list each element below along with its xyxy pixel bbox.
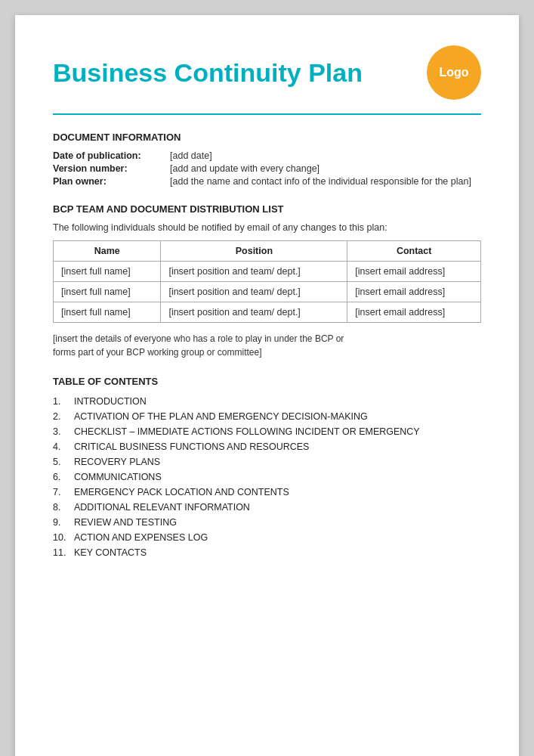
cell-name-1: [insert full name] <box>54 282 161 302</box>
toc-label-2: CHECKLIST – IMMEDIATE ACTIONS FOLLOWING … <box>74 426 420 437</box>
list-item: 1. INTRODUCTION <box>53 396 481 407</box>
list-item: 3. CHECKLIST – IMMEDIATE ACTIONS FOLLOWI… <box>53 426 481 437</box>
list-item: 4. CRITICAL BUSINESS FUNCTIONS AND RESOU… <box>53 442 481 452</box>
cell-contact-0: [insert email address] <box>347 262 481 282</box>
col-position: Position <box>161 241 347 262</box>
document-information-section: DOCUMENT INFORMATION Date of publication… <box>53 132 481 187</box>
toc-num-4: 5. <box>53 457 74 467</box>
doc-info-value-0: [add date] <box>170 150 212 161</box>
bcp-team-title: BCP TEAM AND DOCUMENT DISTRIBUTION LIST <box>53 203 481 215</box>
list-item: 8. ADDITIONAL RELEVANT INFORMATION <box>53 502 481 513</box>
doc-info-table: Date of publication: [add date] Version … <box>53 150 481 187</box>
header: Business Continuity Plan Logo <box>53 45 481 100</box>
list-item: 7. EMERGENCY PACK LOCATION AND CONTENTS <box>53 487 481 497</box>
cell-position-2: [insert position and team/ dept.] <box>161 302 347 323</box>
toc-label-1: ACTIVATION OF THE PLAN AND EMERGENCY DEC… <box>74 411 368 422</box>
doc-info-label-0: Date of publication: <box>53 150 170 161</box>
toc-label-8: REVIEW AND TESTING <box>74 517 177 528</box>
toc-list: 1. INTRODUCTION 2. ACTIVATION OF THE PLA… <box>53 396 481 558</box>
doc-info-label-1: Version number: <box>53 163 170 174</box>
toc-label-3: CRITICAL BUSINESS FUNCTIONS AND RESOURCE… <box>74 442 309 452</box>
toc-num-5: 6. <box>53 472 74 482</box>
list-item: 11. KEY CONTACTS <box>53 547 481 558</box>
toc-num-7: 8. <box>53 502 74 513</box>
list-item: 5. RECOVERY PLANS <box>53 457 481 467</box>
cell-position-0: [insert position and team/ dept.] <box>161 262 347 282</box>
toc-title: TABLE OF CONTENTS <box>53 376 481 387</box>
bcp-table-note: [insert the details of everyone who has … <box>53 332 481 359</box>
doc-info-row: Version number: [add and update with eve… <box>53 163 481 174</box>
col-name: Name <box>54 241 161 262</box>
cell-name-0: [insert full name] <box>54 262 161 282</box>
list-item: 2. ACTIVATION OF THE PLAN AND EMERGENCY … <box>53 411 481 422</box>
toc-label-4: RECOVERY PLANS <box>74 457 160 467</box>
logo: Logo <box>427 45 481 100</box>
toc-label-0: INTRODUCTION <box>74 396 147 407</box>
doc-info-value-2: [add the name and contact info of the in… <box>170 176 471 187</box>
table-header-row: Name Position Contact <box>54 241 481 262</box>
bcp-team-section: BCP TEAM AND DOCUMENT DISTRIBUTION LIST … <box>53 203 481 359</box>
toc-num-6: 7. <box>53 487 74 497</box>
doc-info-row: Plan owner: [add the name and contact in… <box>53 176 481 187</box>
page: Business Continuity Plan Logo DOCUMENT I… <box>15 15 519 756</box>
doc-info-value-1: [add and update with every change] <box>170 163 319 174</box>
table-row: [insert full name] [insert position and … <box>54 302 481 323</box>
cell-contact-1: [insert email address] <box>347 282 481 302</box>
cell-position-1: [insert position and team/ dept.] <box>161 282 347 302</box>
header-divider <box>53 113 481 115</box>
toc-label-9: ACTION AND EXPENSES LOG <box>74 532 208 543</box>
list-item: 6. COMMUNICATIONS <box>53 472 481 482</box>
toc-num-9: 10. <box>53 532 74 543</box>
toc-num-8: 9. <box>53 517 74 528</box>
list-item: 10. ACTION AND EXPENSES LOG <box>53 532 481 543</box>
table-row: [insert full name] [insert position and … <box>54 282 481 302</box>
distribution-table: Name Position Contact [insert full name]… <box>53 240 481 323</box>
page-title: Business Continuity Plan <box>53 58 363 88</box>
table-row: [insert full name] [insert position and … <box>54 262 481 282</box>
toc-label-7: ADDITIONAL RELEVANT INFORMATION <box>74 502 250 513</box>
list-item: 9. REVIEW AND TESTING <box>53 517 481 528</box>
toc-num-2: 3. <box>53 426 74 437</box>
toc-label-6: EMERGENCY PACK LOCATION AND CONTENTS <box>74 487 289 497</box>
toc-num-3: 4. <box>53 442 74 452</box>
toc-num-0: 1. <box>53 396 74 407</box>
toc-num-1: 2. <box>53 411 74 422</box>
doc-info-row: Date of publication: [add date] <box>53 150 481 161</box>
toc-section: TABLE OF CONTENTS 1. INTRODUCTION 2. ACT… <box>53 376 481 558</box>
cell-name-2: [insert full name] <box>54 302 161 323</box>
toc-label-10: KEY CONTACTS <box>74 547 147 558</box>
col-contact: Contact <box>347 241 481 262</box>
toc-label-5: COMMUNICATIONS <box>74 472 162 482</box>
toc-num-10: 11. <box>53 547 74 558</box>
document-information-title: DOCUMENT INFORMATION <box>53 132 481 143</box>
doc-info-label-2: Plan owner: <box>53 176 170 187</box>
bcp-team-desc: The following individuals should be noti… <box>53 222 481 233</box>
cell-contact-2: [insert email address] <box>347 302 481 323</box>
